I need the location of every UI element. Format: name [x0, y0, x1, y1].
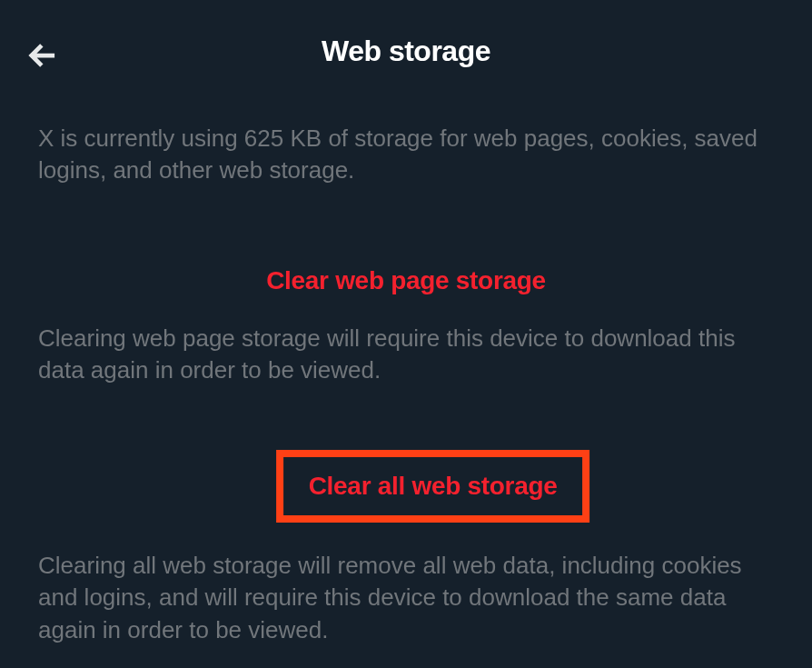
clear-all-storage-section: Clear all web storage Clearing all web s… — [38, 450, 774, 645]
page-title: Web storage — [27, 35, 785, 68]
content-area: X is currently using 625 KB of storage f… — [0, 86, 812, 646]
clear-page-storage-description: Clearing web page storage will require t… — [38, 323, 774, 386]
back-button[interactable] — [27, 38, 62, 76]
arrow-left-icon — [27, 38, 62, 76]
clear-all-storage-description: Clearing all web storage will remove all… — [38, 550, 774, 645]
header: Web storage — [0, 0, 812, 86]
clear-page-storage-button[interactable]: Clear web page storage — [38, 266, 774, 295]
clear-all-storage-button[interactable]: Clear all web storage — [276, 450, 590, 523]
storage-usage-text: X is currently using 625 KB of storage f… — [38, 123, 774, 186]
clear-page-storage-section: Clear web page storage Clearing web page… — [38, 266, 774, 386]
